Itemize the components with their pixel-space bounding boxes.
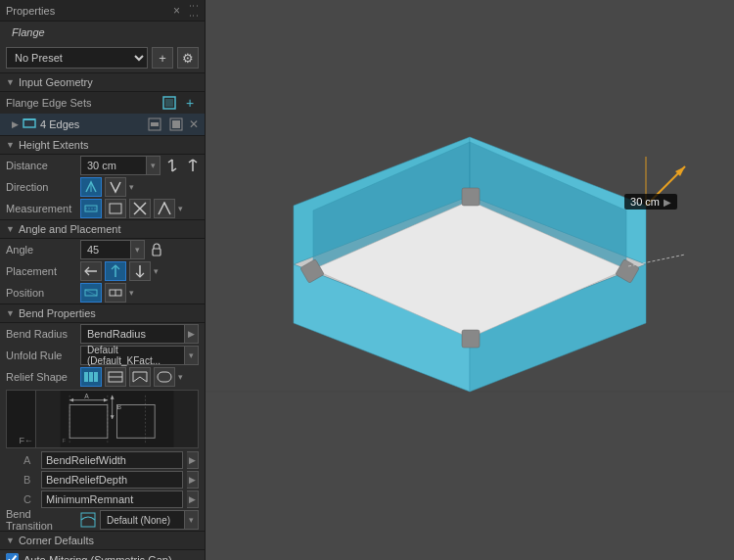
svg-line-26 xyxy=(85,290,97,296)
distance-input[interactable]: 30 cm xyxy=(80,156,147,175)
panel-close-button[interactable]: × xyxy=(171,4,182,18)
unfold-rule-input[interactable]: Default (Default_KFact... xyxy=(80,346,185,365)
position-icons: ▾ xyxy=(80,283,199,303)
flange-label: Flange xyxy=(6,23,51,41)
section-input-geometry[interactable]: ▼ Input Geometry xyxy=(0,72,205,92)
param-c-row: C MinimumRemnant ▶ xyxy=(0,490,205,509)
meas-icon1[interactable] xyxy=(80,199,102,218)
section-arrow-bend: ▼ xyxy=(6,308,15,318)
auto-mitering-label: Auto-Mitering (Symmetric Gap) xyxy=(23,554,172,561)
bend-radius-dropdown[interactable]: ▶ xyxy=(185,324,199,344)
placement-dropdown[interactable]: ▾ xyxy=(154,266,159,276)
relief-preview-main: A B F xyxy=(36,391,198,447)
auto-mitering-row: Auto-Mitering (Symmetric Gap) xyxy=(0,550,205,560)
edge-add-icon[interactable]: + xyxy=(181,94,199,112)
bend-transition-input[interactable]: Default (None) xyxy=(100,510,185,530)
direction-label: Direction xyxy=(6,181,76,193)
section-arrow-corner: ▼ xyxy=(6,536,15,545)
param-a-input[interactable]: BendReliefWidth xyxy=(41,451,183,469)
relief-preview: F← A B xyxy=(6,390,199,448)
measurement-row: Measurement xyxy=(0,198,205,219)
svg-rect-5 xyxy=(151,122,159,126)
distance-icon2[interactable] xyxy=(184,157,202,174)
properties-panel: Properties × ⋮⋮ Flange No Preset + ⚙ ▼ I… xyxy=(0,0,206,560)
section-height-extents[interactable]: ▼ Height Extents xyxy=(0,135,205,155)
param-b-input[interactable]: BendReliefDepth xyxy=(41,471,183,489)
relief-shape-icon1[interactable] xyxy=(80,367,102,387)
relief-shape-icon4[interactable] xyxy=(154,367,175,387)
distance-label: Distance xyxy=(6,160,76,171)
svg-rect-29 xyxy=(84,372,88,382)
direction-icon2[interactable] xyxy=(105,177,126,197)
edge-delete-icon[interactable]: ✕ xyxy=(189,117,199,131)
position-row: Position ▾ xyxy=(0,282,205,303)
bend-transition-dropdown[interactable]: ▾ xyxy=(185,510,199,530)
meas-icon2[interactable] xyxy=(105,199,126,218)
meas-icon4[interactable] xyxy=(154,199,175,218)
section-corner-defaults[interactable]: ▼ Corner Defaults xyxy=(0,531,205,550)
section-bend-properties[interactable]: ▼ Bend Properties xyxy=(0,303,205,323)
relief-shape-dropdown[interactable]: ▾ xyxy=(178,372,183,382)
bend-radius-value: BendRadius ▶ xyxy=(80,324,199,344)
placement-icon3[interactable] xyxy=(129,261,151,281)
angle-dropdown[interactable]: ▾ xyxy=(131,240,145,259)
distance-icon1[interactable] xyxy=(163,157,181,174)
relief-shape-row: Relief Shape xyxy=(0,366,205,388)
svg-rect-67 xyxy=(462,188,480,206)
edge-col1-icon[interactable] xyxy=(146,116,163,133)
placement-icon1[interactable] xyxy=(80,261,102,281)
auto-mitering-checkbox[interactable] xyxy=(6,553,19,560)
param-c-dropdown[interactable]: ▶ xyxy=(187,490,199,508)
svg-text:A: A xyxy=(84,393,89,399)
svg-rect-8 xyxy=(176,120,180,128)
relief-shape-icon3[interactable] xyxy=(129,367,151,387)
meas-icon3[interactable] xyxy=(129,199,151,218)
edge-select-icon[interactable] xyxy=(161,94,178,112)
placement-label: Placement xyxy=(6,265,76,277)
3d-viewport[interactable]: 30 cm ▶ xyxy=(206,0,734,560)
section-name-corner: Corner Defaults xyxy=(19,535,94,546)
svg-rect-66 xyxy=(462,330,480,348)
direction-dropdown[interactable]: ▾ xyxy=(129,182,134,192)
meas-dropdown[interactable]: ▾ xyxy=(178,204,183,213)
edge-item-label: 4 Edges xyxy=(40,118,142,130)
relief-preview-sidebar: F← xyxy=(7,391,36,447)
preset-settings-button[interactable]: ⚙ xyxy=(177,47,199,69)
bend-radius-input[interactable]: BendRadius xyxy=(80,324,185,344)
position-dropdown[interactable]: ▾ xyxy=(129,288,134,298)
position-icon1[interactable] xyxy=(80,283,102,303)
angle-row: Angle 45 ▾ xyxy=(0,239,205,260)
unfold-rule-value: Default (Default_KFact... ▾ xyxy=(80,346,199,365)
edge-expand-icon[interactable]: ▶ xyxy=(12,119,19,129)
edge-geo-icon xyxy=(23,117,36,133)
angle-lock-icon[interactable] xyxy=(148,241,165,258)
bend-transition-label: Bend Transition xyxy=(6,508,76,532)
param-c-input[interactable]: MinimumRemnant xyxy=(41,490,183,508)
dimension-value: 30 cm xyxy=(630,196,660,208)
preset-row: No Preset + ⚙ xyxy=(0,43,205,72)
svg-text:F: F xyxy=(62,438,66,443)
angle-input[interactable]: 45 xyxy=(80,240,131,259)
placement-row: Placement ▾ xyxy=(0,260,205,282)
distance-dropdown[interactable]: ▾ xyxy=(147,156,161,175)
preset-add-button[interactable]: + xyxy=(152,47,173,69)
placement-icon2[interactable] xyxy=(105,261,126,281)
section-angle-placement[interactable]: ▼ Angle and Placement xyxy=(0,219,205,239)
svg-rect-35 xyxy=(158,372,171,382)
relief-shape-icon2[interactable] xyxy=(105,367,126,387)
unfold-rule-dropdown[interactable]: ▾ xyxy=(185,346,199,365)
panel-menu-icon[interactable]: ⋮⋮ xyxy=(188,1,199,21)
param-b-letter: B xyxy=(23,474,37,486)
position-icon2[interactable] xyxy=(105,283,126,303)
flange-label-row: Flange xyxy=(0,22,205,43)
scene-container: 30 cm ▶ xyxy=(206,0,734,560)
edge-col2-icon[interactable] xyxy=(167,116,185,133)
section-arrow-input: ▼ xyxy=(6,77,15,87)
direction-icon1[interactable] xyxy=(80,177,102,197)
preset-select[interactable]: No Preset xyxy=(6,47,148,69)
edge-item-4edges[interactable]: ▶ 4 Edges ✕ xyxy=(0,114,205,135)
param-b-dropdown[interactable]: ▶ xyxy=(187,471,199,489)
svg-rect-21 xyxy=(153,249,161,256)
svg-rect-51 xyxy=(81,513,95,527)
param-a-dropdown[interactable]: ▶ xyxy=(187,451,199,469)
